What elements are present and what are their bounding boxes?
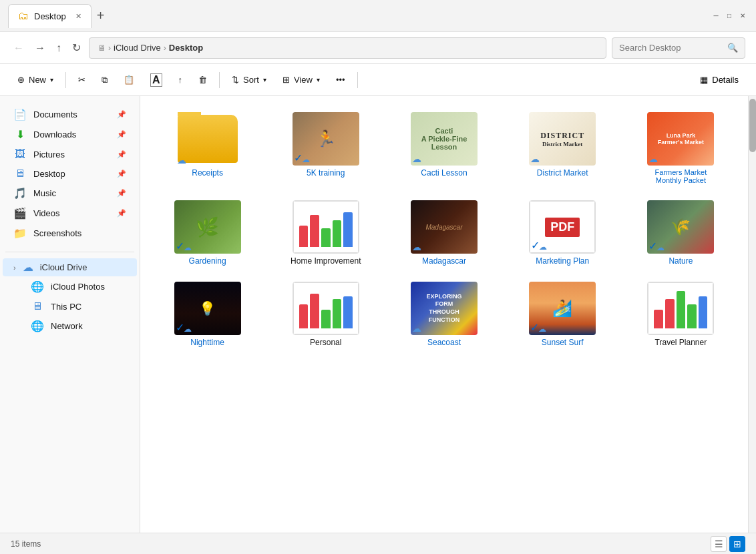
more-button[interactable]: ••• bbox=[329, 71, 352, 89]
file-item-farmers-market[interactable]: Luna Park Farmer's Market ☁ Farmers Mark… bbox=[624, 107, 737, 190]
desktop-tab[interactable]: 🗂 Desktop ✕ bbox=[8, 4, 91, 28]
sidebar-item-documents[interactable]: 📄 Documents 📌 bbox=[3, 105, 137, 124]
share-button[interactable]: ↑ bbox=[172, 71, 190, 89]
file-thumb-5k: 🏃 ✓ ☁ bbox=[293, 112, 359, 166]
scrollbar-thumb[interactable] bbox=[749, 99, 756, 152]
file-item-cacti-lesson[interactable]: CactiA Pickle-Fine Lesson ☁ Cacti Lesson bbox=[387, 107, 500, 190]
pin-icon: 📌 bbox=[117, 170, 126, 178]
file-thumb-marketing: PDF ✓ ☁ bbox=[529, 200, 596, 254]
title-bar: 🗂 Desktop ✕ + ─ □ ✕ bbox=[0, 0, 756, 32]
sidebar-item-network[interactable]: 🌐 Network bbox=[3, 316, 137, 336]
file-name-nighttime: Nighttime bbox=[190, 338, 224, 347]
file-thumb-nighttime: 💡 ✓ ☁ bbox=[174, 282, 241, 335]
cloud-sync-icon-4: ☁ bbox=[656, 243, 665, 252]
new-tab-button[interactable]: + bbox=[97, 8, 105, 23]
file-item-5k-training[interactable]: 🏃 ✓ ☁ 5K training bbox=[269, 107, 382, 190]
file-item-seacoast[interactable]: EXPLORINGFORMTHROUGHFUNCTION ☁ Seacoast bbox=[387, 276, 500, 352]
sidebar-item-icloud-photos[interactable]: 🌐 iCloud Photos bbox=[3, 277, 137, 296]
breadcrumb-desktop-icon: 🖥 bbox=[98, 43, 106, 53]
refresh-button[interactable]: ↻ bbox=[69, 39, 83, 57]
search-box[interactable]: 🔍 bbox=[612, 37, 745, 59]
sidebar-item-label: Videos bbox=[33, 208, 110, 218]
breadcrumb-icloud[interactable]: iCloud Drive bbox=[114, 43, 161, 53]
up-button[interactable]: ↑ bbox=[53, 39, 64, 57]
rename-button[interactable]: A bbox=[144, 69, 169, 91]
file-item-district-market[interactable]: DISTRICT District Market ☁ District Mark… bbox=[506, 107, 619, 190]
file-item-nature[interactable]: 🌾 ✓ ☁ Nature bbox=[624, 195, 737, 271]
sidebar-item-videos[interactable]: 🎬 Videos 📌 bbox=[3, 204, 137, 223]
file-name-madagascar: Madagascar bbox=[422, 256, 466, 266]
cloud-icon: ☁ bbox=[530, 154, 540, 164]
back-button[interactable]: ← bbox=[11, 39, 27, 57]
file-item-travel-planner[interactable]: Travel Planner bbox=[624, 276, 737, 352]
sidebar-item-this-pc[interactable]: 🖥 This PC bbox=[3, 297, 137, 316]
vertical-scrollbar[interactable] bbox=[748, 96, 756, 533]
file-name-district: District Market bbox=[537, 168, 588, 178]
tab-area: 🗂 Desktop ✕ + bbox=[8, 4, 711, 28]
file-item-sunset-surf[interactable]: 🏄 ✓ ☁ Sunset Surf bbox=[506, 276, 619, 352]
delete-button[interactable]: 🗑 bbox=[192, 71, 214, 89]
view-button[interactable]: ⊞ View ▾ bbox=[276, 71, 327, 89]
file-item-madagascar[interactable]: Madagascar ☁ Madagascar bbox=[387, 195, 500, 271]
folder-icon bbox=[178, 115, 238, 163]
search-icon[interactable]: 🔍 bbox=[727, 43, 738, 53]
rename-icon: A bbox=[150, 73, 162, 87]
sidebar-item-downloads[interactable]: ⬇ Downloads 📌 bbox=[3, 125, 137, 144]
file-item-nighttime[interactable]: 💡 ✓ ☁ Nighttime bbox=[151, 276, 264, 352]
music-icon: 🎵 bbox=[13, 187, 27, 200]
sidebar-item-music[interactable]: 🎵 Music 📌 bbox=[3, 184, 137, 203]
chevron-right-icon: › bbox=[108, 43, 111, 53]
new-button[interactable]: ⊕ New ▾ bbox=[11, 71, 60, 89]
copy-button[interactable]: ⧉ bbox=[95, 71, 114, 89]
details-icon: ▦ bbox=[700, 75, 708, 85]
cloud-sync-icon-5: ☁ bbox=[184, 324, 192, 334]
sidebar-item-screenshots[interactable]: 📁 Screenshots bbox=[3, 224, 137, 243]
tab-close-btn[interactable]: ✕ bbox=[75, 12, 81, 21]
file-name-seacoast: Seacoast bbox=[427, 338, 461, 347]
chevron-right-icon: › bbox=[13, 264, 16, 272]
spreadsheet-visual-2 bbox=[293, 282, 359, 334]
sidebar-item-label: This PC bbox=[51, 302, 126, 312]
delete-icon: 🗑 bbox=[198, 75, 207, 85]
breadcrumb: 🖥 › iCloud Drive › Desktop bbox=[89, 37, 606, 59]
search-input[interactable] bbox=[619, 43, 723, 53]
this-pc-icon: 🖥 bbox=[31, 300, 44, 312]
file-item-gardening[interactable]: 🌿 ✓ ☁ Gardening bbox=[151, 195, 264, 271]
file-name-5k: 5K training bbox=[307, 168, 345, 178]
file-name-home: Home Improvement bbox=[291, 256, 361, 266]
cloud-icon: ☁ bbox=[177, 155, 186, 166]
file-name-sunset: Sunset Surf bbox=[542, 338, 584, 347]
sidebar-item-label: Screenshots bbox=[33, 228, 126, 238]
sort-button[interactable]: ⇅ Sort ▾ bbox=[225, 71, 273, 89]
network-icon: 🌐 bbox=[31, 320, 44, 332]
minimize-button[interactable]: ─ bbox=[711, 11, 721, 21]
copy-icon: ⧉ bbox=[102, 75, 108, 85]
paste-button[interactable]: 📋 bbox=[117, 71, 141, 89]
details-button[interactable]: ▦ Details bbox=[693, 71, 745, 89]
window-close-button[interactable]: ✕ bbox=[737, 11, 748, 21]
maximize-button[interactable]: □ bbox=[724, 11, 735, 21]
pin-icon: 📌 bbox=[117, 130, 126, 139]
list-view-button[interactable]: ☰ bbox=[711, 536, 727, 552]
cut-button[interactable]: ✂ bbox=[71, 71, 92, 89]
forward-button[interactable]: → bbox=[32, 39, 48, 57]
cloud-icon: ☁ bbox=[412, 242, 421, 252]
cloud-sync-icon: ☁ bbox=[302, 155, 310, 164]
grid-view-button[interactable]: ⊞ bbox=[729, 536, 745, 552]
more-icon: ••• bbox=[336, 75, 345, 85]
pdf-badge: PDF bbox=[545, 218, 580, 237]
file-item-receipts[interactable]: ☁ Receipts bbox=[151, 107, 264, 190]
file-name-receipts: Receipts bbox=[192, 168, 223, 178]
file-item-home-improvement[interactable]: Home Improvement bbox=[269, 195, 382, 271]
file-item-personal[interactable]: Personal bbox=[269, 276, 382, 352]
file-thumb-travel bbox=[647, 282, 714, 335]
pin-icon: 📌 bbox=[117, 209, 126, 218]
sidebar-item-icloud-drive[interactable]: › ☁ iCloud Drive bbox=[3, 258, 137, 276]
spreadsheet-visual bbox=[293, 201, 359, 253]
sidebar-item-pictures[interactable]: 🖼 Pictures 📌 bbox=[3, 145, 137, 164]
file-item-marketing-plan[interactable]: PDF ✓ ☁ Marketing Plan bbox=[506, 195, 619, 271]
file-thumb-gardening: 🌿 ✓ ☁ bbox=[174, 200, 241, 254]
breadcrumb-desktop[interactable]: Desktop bbox=[169, 43, 203, 53]
documents-icon: 📄 bbox=[13, 108, 27, 121]
sidebar-item-desktop[interactable]: 🖥 Desktop 📌 bbox=[3, 164, 137, 183]
